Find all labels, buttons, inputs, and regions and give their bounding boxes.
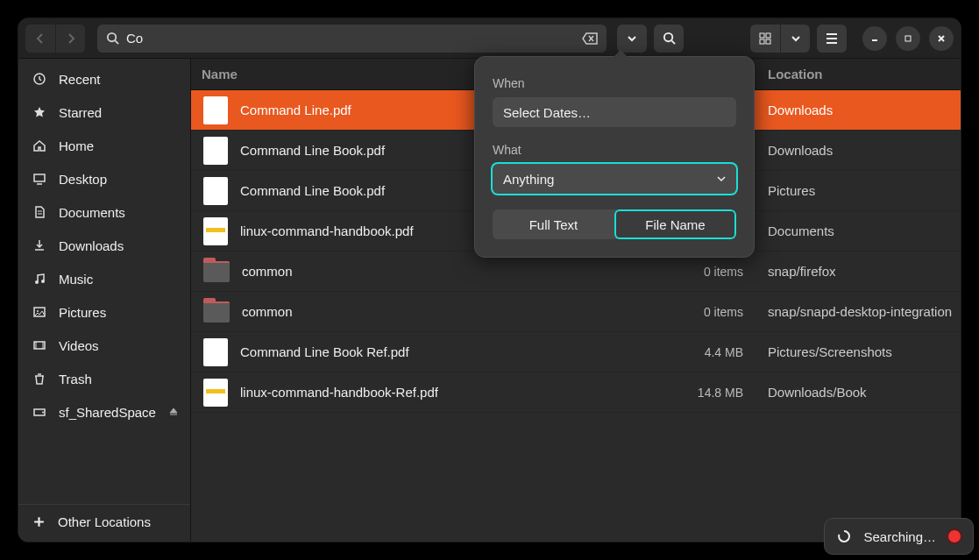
headerbar <box>18 18 961 59</box>
star-icon <box>32 105 46 119</box>
sidebar-item-documents[interactable]: Documents <box>18 195 190 229</box>
documents-icon <box>32 205 46 219</box>
file-name: common <box>242 264 685 279</box>
chevron-down-icon <box>791 34 800 43</box>
search-icon <box>663 32 676 45</box>
sidebar-item-label: Videos <box>59 338 99 353</box>
maximize-icon <box>904 34 912 43</box>
svg-point-0 <box>108 33 116 41</box>
sidebar-item-label: Recent <box>59 72 101 87</box>
icon-view-button[interactable] <box>750 25 780 53</box>
drive-icon <box>32 405 46 419</box>
record-indicator-icon[interactable] <box>948 530 961 542</box>
hamburger-menu-button[interactable] <box>817 25 847 53</box>
sidebar-item-label: Starred <box>59 105 102 120</box>
search-options-button[interactable] <box>617 25 647 53</box>
file-thumbnail <box>203 338 228 366</box>
hamburger-icon <box>826 33 838 44</box>
search-box[interactable] <box>97 25 607 53</box>
file-name: common <box>242 304 685 319</box>
svg-point-15 <box>42 412 44 414</box>
sidebar: RecentStarredHomeDesktopDocumentsDownloa… <box>18 59 191 542</box>
file-location: Downloads <box>757 143 961 158</box>
sidebar-item-label: Music <box>59 272 93 287</box>
file-row[interactable]: linux-command-handbook-Ref.pdf14.8 MBDow… <box>191 372 961 413</box>
sidebar-item-music[interactable]: Music <box>18 262 190 295</box>
sidebar-item-label: Trash <box>59 372 92 386</box>
pictures-icon <box>32 305 46 319</box>
sidebar-item-home[interactable]: Home <box>18 129 190 162</box>
videos-icon <box>32 338 46 352</box>
minimize-icon <box>870 34 879 43</box>
trash-icon <box>32 372 46 386</box>
sidebar-item-other-locations[interactable]: Other Locations <box>18 505 190 538</box>
back-button[interactable] <box>25 25 55 53</box>
home-icon <box>32 138 46 152</box>
sidebar-item-pictures[interactable]: Pictures <box>18 295 190 329</box>
file-size: 4.4 MB <box>685 345 757 359</box>
file-location: snap/firefox <box>757 264 961 279</box>
file-thumbnail <box>203 217 228 245</box>
file-location: Pictures <box>757 183 961 198</box>
forward-button[interactable] <box>55 25 85 53</box>
eject-icon[interactable] <box>168 407 179 417</box>
sidebar-item-trash[interactable]: Trash <box>18 362 190 395</box>
file-location: Pictures/Screenshots <box>757 344 961 359</box>
file-size: 0 items <box>685 265 757 279</box>
search-options-popover: When Select Dates… What Anything Full Te… <box>474 56 755 258</box>
what-value: Anything <box>503 172 554 187</box>
search-mode-segment: Full Text File Name <box>493 209 736 239</box>
file-name: Command Line Book Ref.pdf <box>240 344 685 359</box>
view-chevron-button[interactable] <box>780 25 810 53</box>
file-name: linux-command-handbook-Ref.pdf <box>240 385 685 400</box>
full-text-button[interactable]: Full Text <box>493 209 614 239</box>
when-value: Select Dates… <box>503 105 591 120</box>
file-type-dropdown[interactable]: Anything <box>493 164 736 194</box>
maximize-button[interactable] <box>896 26 920 51</box>
svg-rect-5 <box>766 39 770 44</box>
sidebar-item-label: Other Locations <box>58 514 151 529</box>
when-label: When <box>493 76 736 90</box>
file-location: snap/snapd-desktop-integration <box>757 304 961 319</box>
chevron-down-icon <box>717 174 726 183</box>
sidebar-item-sf-sharedspace[interactable]: sf_SharedSpace <box>18 395 190 429</box>
column-header-location[interactable]: Location <box>757 67 961 82</box>
svg-rect-3 <box>766 33 770 38</box>
file-thumbnail <box>203 96 228 124</box>
file-thumbnail <box>203 379 228 407</box>
file-row[interactable]: Command Line Book Ref.pdf4.4 MBPictures/… <box>191 332 961 372</box>
spinner-icon <box>837 529 851 543</box>
search-icon <box>106 32 119 45</box>
svg-rect-6 <box>905 36 911 41</box>
search-toggle-button[interactable] <box>654 25 684 53</box>
plus-icon <box>32 515 46 528</box>
file-location: Downloads <box>757 103 961 117</box>
file-thumbnail <box>203 177 228 205</box>
svg-rect-4 <box>760 39 764 44</box>
status-pill: Searching… <box>824 518 974 555</box>
svg-point-10 <box>41 280 45 283</box>
chevron-left-icon <box>35 33 46 44</box>
music-icon <box>32 272 46 286</box>
svg-point-9 <box>35 280 39 284</box>
svg-rect-8 <box>34 174 45 181</box>
sidebar-item-recent[interactable]: Recent <box>18 62 190 96</box>
sidebar-item-desktop[interactable]: Desktop <box>18 162 190 195</box>
minimize-button[interactable] <box>862 26 887 51</box>
sidebar-item-label: Documents <box>59 205 125 220</box>
file-thumbnail <box>203 301 230 323</box>
close-button[interactable] <box>929 26 954 51</box>
sidebar-item-label: Home <box>59 138 94 153</box>
clear-search-icon[interactable] <box>582 32 598 45</box>
file-name-button[interactable]: File Name <box>614 209 736 239</box>
chevron-right-icon <box>66 33 76 44</box>
sidebar-item-videos[interactable]: Videos <box>18 329 190 362</box>
svg-point-1 <box>663 33 671 41</box>
select-dates-dropdown[interactable]: Select Dates… <box>493 97 736 127</box>
search-input[interactable] <box>126 31 575 46</box>
file-row[interactable]: common0 itemssnap/snapd-desktop-integrat… <box>191 292 961 332</box>
sidebar-item-starred[interactable]: Starred <box>18 96 190 129</box>
file-location: Documents <box>757 223 961 238</box>
file-size: 0 items <box>685 305 757 319</box>
sidebar-item-downloads[interactable]: Downloads <box>18 229 190 262</box>
